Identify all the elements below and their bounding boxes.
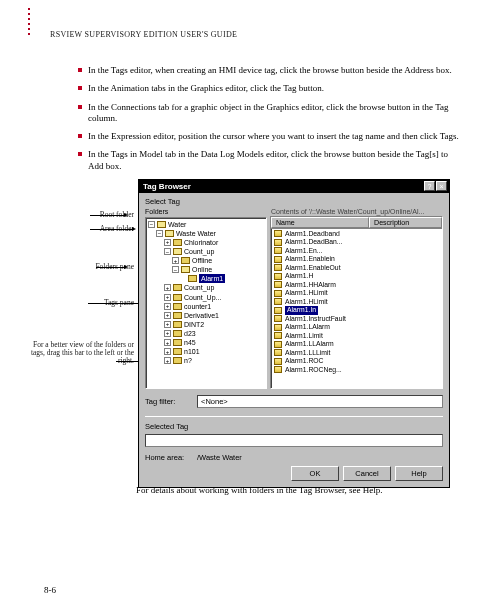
tree-item[interactable]: n101 [184, 347, 200, 356]
tag-list[interactable]: Alarm1.Deadband Alarm1.DeadBan... Alarm1… [271, 229, 442, 375]
folders-pane[interactable]: −Water −Waste Water +Chlorinator −Count_… [145, 217, 267, 389]
tree-item[interactable]: DINT2 [184, 320, 204, 329]
tag-row: Alarm1.LLLimit [273, 349, 440, 357]
expand-icon[interactable]: + [164, 294, 171, 301]
expand-icon[interactable]: + [164, 330, 171, 337]
folder-icon [173, 339, 182, 346]
folder-icon [188, 275, 197, 282]
tag-row: Alarm1.En... [273, 247, 440, 255]
expand-icon[interactable]: + [164, 312, 171, 319]
expand-icon[interactable]: + [164, 339, 171, 346]
folder-icon [173, 248, 182, 255]
tree-root[interactable]: Water [168, 220, 186, 229]
tag-icon [274, 324, 282, 331]
tag-row: Alarm1.LLAlarm [273, 340, 440, 348]
tag-row: Alarm1.In [273, 306, 440, 314]
body-content: In the Tags editor, when creating an HMI… [78, 65, 460, 495]
tag-browser-dialog: Tag Browser ? × Select Tag Folders −Wa [138, 179, 450, 488]
tag-icon [274, 230, 282, 237]
expand-icon[interactable]: + [172, 257, 179, 264]
dialog-titlebar[interactable]: Tag Browser ? × [139, 180, 449, 193]
collapse-icon[interactable]: − [164, 248, 171, 255]
tag-icon [274, 358, 282, 365]
bullet-icon [78, 152, 82, 156]
expand-icon[interactable]: + [164, 303, 171, 310]
expand-icon[interactable]: + [164, 239, 171, 246]
tree-item[interactable]: n? [184, 356, 192, 365]
tag-icon [274, 239, 282, 246]
tag-icon [274, 341, 282, 348]
folder-tree[interactable]: −Water −Waste Water +Chlorinator −Count_… [148, 220, 264, 366]
tree-item-selected[interactable]: Alarm1 [199, 274, 225, 283]
tree-item[interactable]: Chlorinator [184, 238, 218, 247]
expand-icon[interactable]: + [164, 321, 171, 328]
folder-icon [173, 330, 182, 337]
folder-icon [157, 221, 166, 228]
tag-row: Alarm1.HLimit [273, 298, 440, 306]
tree-item[interactable]: n45 [184, 338, 196, 347]
folder-icon [173, 321, 182, 328]
collapse-icon[interactable]: − [156, 230, 163, 237]
folder-icon [165, 230, 174, 237]
tag-icon [274, 247, 282, 254]
figure-tag-browser: Root folder Area folder Folders pane Tag… [48, 179, 460, 479]
tree-item[interactable]: Offline [192, 256, 212, 265]
expand-icon[interactable]: + [164, 348, 171, 355]
tag-icon [274, 315, 282, 322]
expand-icon[interactable]: + [164, 357, 171, 364]
tag-row: Alarm1.HHAlarm [273, 281, 440, 289]
selected-tag-input[interactable] [145, 434, 443, 447]
tree-item[interactable]: Online [192, 265, 212, 274]
tag-icon [274, 264, 282, 271]
ok-button[interactable]: OK [291, 466, 339, 481]
page-number: 8-6 [44, 585, 56, 595]
tag-filter-label: Tag filter: [145, 397, 191, 406]
folder-icon [173, 284, 182, 291]
tag-row: Alarm1.H [273, 272, 440, 280]
tree-item[interactable]: Count_up [184, 283, 214, 292]
tag-row: Alarm1.Enablein [273, 255, 440, 263]
tags-pane[interactable]: Name Description Alarm1.Deadband Alarm1.… [270, 216, 443, 389]
tree-item[interactable]: Derivative1 [184, 311, 219, 320]
folder-icon [173, 357, 182, 364]
list-item: In the Tags in Model tab in the Data Log… [78, 149, 460, 172]
folders-label: Folders [145, 208, 267, 215]
dialog-title: Tag Browser [143, 182, 191, 191]
tag-filter-dropdown[interactable]: <None> [197, 395, 443, 408]
tree-area[interactable]: Waste Water [176, 229, 216, 238]
col-name[interactable]: Name [271, 217, 369, 228]
collapse-icon[interactable]: − [172, 266, 179, 273]
bullet-text: In the Tags in Model tab in the Data Log… [88, 149, 460, 172]
cancel-button[interactable]: Cancel [343, 466, 391, 481]
close-window-button[interactable]: × [436, 181, 447, 191]
callout-drag-bar: For a better view of the folders or tags… [30, 341, 134, 366]
tree-item[interactable]: Count_up [184, 247, 214, 256]
folder-icon [181, 266, 190, 273]
tree-item[interactable]: Count_Up... [184, 293, 221, 302]
bullet-text: In the Connections tab for a graphic obj… [88, 102, 460, 125]
tree-item[interactable]: counter1 [184, 302, 211, 311]
bullet-icon [78, 86, 82, 90]
tags-column-header[interactable]: Name Description [271, 217, 442, 229]
tree-item[interactable]: d23 [184, 329, 196, 338]
bullet-icon [78, 105, 82, 109]
tag-row: Alarm1.ROCNeg... [273, 366, 440, 374]
collapse-icon[interactable]: − [148, 221, 155, 228]
divider [145, 416, 443, 417]
bullet-text: In the Tags editor, when creating an HMI… [88, 65, 460, 76]
list-item: In the Animation tabs in the Graphics ed… [78, 83, 460, 94]
tag-icon [274, 281, 282, 288]
folder-icon [173, 312, 182, 319]
tag-row: Alarm1.HLimit [273, 289, 440, 297]
help-button[interactable]: Help [395, 466, 443, 481]
tag-icon [274, 366, 282, 373]
tag-icon [274, 307, 282, 314]
folder-icon [181, 257, 190, 264]
tag-icon [274, 298, 282, 305]
tag-row: Alarm1.LAlarm [273, 323, 440, 331]
help-window-button[interactable]: ? [424, 181, 435, 191]
expand-icon[interactable]: + [164, 284, 171, 291]
tag-row: Alarm1.Limit [273, 332, 440, 340]
col-description[interactable]: Description [369, 217, 442, 228]
folder-icon [173, 303, 182, 310]
